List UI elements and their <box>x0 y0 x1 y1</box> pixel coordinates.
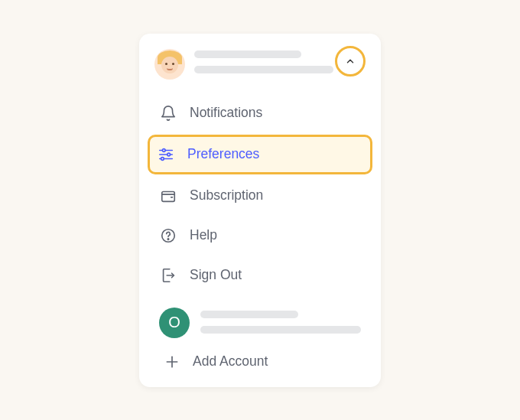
placeholder-line <box>200 326 361 334</box>
menu-item-label: Sign Out <box>190 267 242 283</box>
svg-rect-6 <box>162 191 175 201</box>
placeholder-line <box>194 50 301 58</box>
add-account-button[interactable]: Add Account <box>150 341 370 373</box>
svg-point-5 <box>161 157 164 160</box>
wallet-icon <box>159 187 177 205</box>
menu-item-notifications[interactable]: Notifications <box>150 93 370 133</box>
svg-point-8 <box>167 238 168 239</box>
bell-icon <box>159 104 177 122</box>
menu-item-label: Help <box>190 227 217 243</box>
menu-item-label: Preferences <box>187 146 259 162</box>
menu-item-preferences[interactable]: Preferences <box>148 135 372 174</box>
placeholder-line <box>200 311 298 318</box>
menu-item-help[interactable]: Help <box>150 216 370 256</box>
account-initial-badge: O <box>159 308 190 338</box>
help-icon <box>159 226 177 245</box>
svg-point-3 <box>167 153 171 156</box>
menu-item-label: Subscription <box>190 187 263 203</box>
signout-icon <box>159 266 177 285</box>
profile-header[interactable] <box>145 46 375 87</box>
account-initial: O <box>168 314 180 331</box>
account-menu-panel: Notifications Preferences Subscription H… <box>139 34 381 387</box>
placeholder-line <box>194 66 333 73</box>
menu-item-subscription[interactable]: Subscription <box>150 176 370 216</box>
secondary-account-placeholder <box>200 308 361 334</box>
collapse-button[interactable] <box>335 46 366 77</box>
avatar-image <box>154 49 185 80</box>
plus-icon <box>164 353 180 370</box>
menu-list: Notifications Preferences Subscription H… <box>145 87 375 373</box>
menu-item-label: Notifications <box>190 105 262 121</box>
svg-point-1 <box>162 148 165 151</box>
secondary-account[interactable]: O <box>150 300 370 341</box>
add-account-label: Add Account <box>193 353 268 370</box>
avatar <box>154 49 185 80</box>
chevron-up-icon <box>345 56 356 67</box>
sliders-icon <box>157 145 175 164</box>
menu-item-signout[interactable]: Sign Out <box>150 256 370 295</box>
